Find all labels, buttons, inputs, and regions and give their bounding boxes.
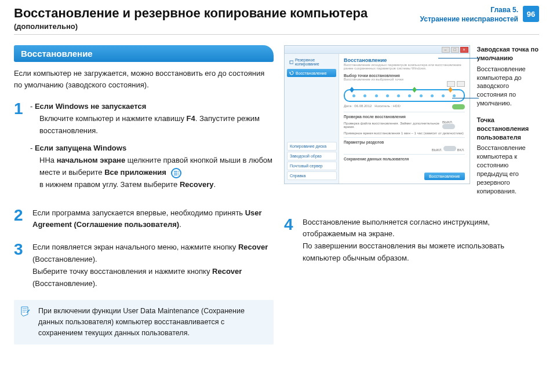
mock-sect1: Выбор точки восстановления <box>344 74 465 78</box>
mock-recovery-window: – □ × Резервное копирование Восстановлен… <box>284 45 470 184</box>
left-column: Восстановление Если компьютер не загружа… <box>14 45 274 345</box>
mock-sect3: Параметры разделов <box>344 140 465 144</box>
s3-1: Если появляется экран начального меню, н… <box>32 243 238 251</box>
section-title: Восстановление <box>14 45 274 62</box>
sect2-line1: Проверка файла восстановления. Займет до… <box>344 122 442 129</box>
sidebar-item-mail[interactable]: Почтовый сервер <box>287 162 337 170</box>
step-1a-text-1: Включите компьютер и нажмите клавишу <box>39 114 187 123</box>
s1b-2c: . <box>213 180 216 189</box>
s3-3: (Восстановление). <box>32 255 97 263</box>
sidebar-bottom: Копирование диска Заводской образ Почтов… <box>287 142 337 181</box>
sidebar-item-recovery[interactable]: Восстановление <box>287 69 336 77</box>
right-column: – □ × Резервное копирование Восстановлен… <box>284 45 539 345</box>
callout-1-title: Заводская точка по умолчанию <box>477 45 540 63</box>
svg-point-5 <box>178 174 179 175</box>
step-4-number: 4 <box>284 217 297 265</box>
sidebar-item-help-label: Справка <box>290 174 305 178</box>
recovery-icon <box>289 71 294 75</box>
recover-button[interactable]: Восстановление <box>424 173 465 180</box>
backup-icon <box>289 60 293 64</box>
toggle-on-text: ВКЛ. <box>457 148 464 152</box>
step-2-body: Если программа запускается впервые, необ… <box>32 207 274 232</box>
sidebar-item-help[interactable]: Справка <box>287 171 337 180</box>
sidebar-item-backup-label: Резервное копирование <box>295 58 334 66</box>
step-1a-key: F4 <box>187 114 195 123</box>
step-1a-title: Если Windows не запускается <box>35 102 146 111</box>
mock-main: Восстановление Восстановление исходных п… <box>339 54 470 184</box>
note-box: При включении функции User Data Maintena… <box>14 300 274 344</box>
user-point-marker-icon <box>412 87 417 93</box>
partition-toggle[interactable] <box>443 146 456 151</box>
current-marker-icon <box>448 87 453 93</box>
page-number-badge: 96 <box>523 6 539 22</box>
sidebar-item-diskcopy[interactable]: Копирование диска <box>287 142 337 151</box>
media-value: HDD <box>393 104 401 108</box>
toggle-off-text-2: ВЫКЛ. <box>432 148 442 152</box>
s1b-2b: Recovery <box>180 180 214 189</box>
date-label: Дата : <box>344 104 354 108</box>
sidebar-item-backup[interactable]: Резервное копирование <box>287 56 336 68</box>
sidebar-item-diskcopy-label: Копирование диска <box>290 144 326 148</box>
svg-rect-6 <box>290 61 293 64</box>
page-title: Восстановление и резервное копирование к… <box>14 6 368 21</box>
s3-6: (Восстановление). <box>32 279 97 288</box>
step-4: 4 Восстановление выполняется согласно ин… <box>284 217 539 265</box>
intro-text: Если компьютер не загружается, можно вос… <box>14 68 274 90</box>
step-2-number: 2 <box>14 207 27 232</box>
mock-main-sub: Восстановление исходных параметров компь… <box>344 63 465 70</box>
step-1: 1 - Если Windows не запускается Включите… <box>14 101 274 197</box>
sect2-line2: Примерное время восстановления 1 мин – 1… <box>344 131 464 135</box>
callout-leader-1 <box>438 58 479 58</box>
minimize-icon[interactable]: – <box>442 47 450 53</box>
s4-1: Восстановление выполняется согласно инст… <box>303 217 539 241</box>
header-left: Восстановление и резервное копирование к… <box>14 6 368 31</box>
chapter-info: Глава 5. Устранение неисправностей <box>420 6 518 24</box>
step-1-body: - Если Windows не запускается Включите к… <box>32 101 274 197</box>
step-4-body: Восстановление выполняется согласно инст… <box>303 217 539 265</box>
content-columns: Восстановление Если компьютер не загружа… <box>14 45 539 345</box>
disk-icon[interactable] <box>447 81 455 87</box>
close-icon[interactable]: × <box>460 47 468 53</box>
recovery-timeline[interactable] <box>344 89 465 102</box>
note-text: При включении функции User Data Maintena… <box>38 307 245 337</box>
s3-2: Recover <box>238 243 268 251</box>
sidebar-item-recovery-label: Восстановление <box>296 71 327 75</box>
sidebar-item-mail-label: Почтовый сервер <box>290 164 323 168</box>
svg-point-3 <box>178 171 179 172</box>
callout-2-title: Точка восстановления пользователя <box>477 116 540 142</box>
sidebar-item-factory-label: Заводской образ <box>290 154 322 158</box>
mock-sect4: Сохранение данных пользователя <box>344 157 465 161</box>
chapter-line-1: Глава 5. <box>420 6 518 15</box>
media-label: Носитель : <box>374 104 392 108</box>
s2-1: Если программа запускается впервые, необ… <box>32 208 245 217</box>
factory-point-marker-icon <box>350 87 354 93</box>
s1b-1a: ННа <box>39 156 57 164</box>
s1b-2a: в нижнем правом углу. Затем выберите <box>39 180 180 189</box>
mock-sect2: Проверка после восстановления <box>344 115 465 119</box>
step-2: 2 Если программа запускается впервые, не… <box>14 207 274 232</box>
s3-4: Выберите точку восстановления и нажмите … <box>32 267 212 276</box>
step-3: 3 Если появляется экран начального меню,… <box>14 241 274 290</box>
mock-titlebar: – □ × <box>285 46 470 54</box>
drive-icon[interactable] <box>457 81 465 87</box>
callout-2-body: Восстановление компьютера к состоянию пр… <box>477 144 540 195</box>
check-toggle-1[interactable] <box>442 124 455 129</box>
page-subtitle: (дополнительно) <box>14 22 368 31</box>
step-3-number: 3 <box>14 241 27 290</box>
page-header: Восстановление и резервное копирование к… <box>14 6 539 35</box>
s3-5: Recover <box>212 267 242 276</box>
s1b-1b: начальном экране <box>57 156 126 164</box>
chapter-line-2: Устранение неисправностей <box>420 15 518 24</box>
callout-2: Точка восстановления пользователя Восста… <box>477 116 540 196</box>
header-right: Глава 5. Устранение неисправностей 96 <box>420 6 539 24</box>
callouts: Заводская точка по умолчанию Восстановле… <box>477 45 540 204</box>
callout-1-body: Восстановление компьютера до заводского … <box>477 65 540 108</box>
maximize-icon[interactable]: □ <box>451 47 459 53</box>
media-toggle[interactable] <box>452 104 465 109</box>
all-apps-icon <box>171 168 181 178</box>
s2-3: . <box>179 220 181 229</box>
step-1-number: 1 <box>14 101 27 197</box>
sidebar-item-factory[interactable]: Заводской образ <box>287 152 337 160</box>
date-value: 06.08.2012 <box>354 104 372 108</box>
s4-2: По завершении восстановления вы можете и… <box>303 240 539 265</box>
